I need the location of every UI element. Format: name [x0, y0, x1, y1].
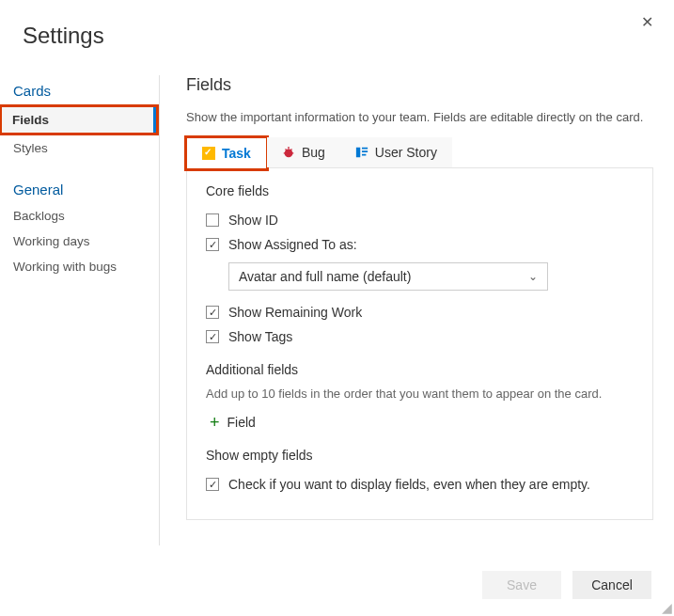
chevron-down-icon: ⌄ — [528, 270, 538, 283]
tab-task-label: Task — [222, 146, 251, 161]
show-empty-label: Show empty fields — [206, 448, 634, 463]
show-empty-text: Check if you want to display fields, eve… — [228, 477, 590, 492]
show-remaining-row: Show Remaining Work — [206, 300, 634, 324]
show-tags-label: Show Tags — [228, 329, 292, 344]
page-title: Settings — [0, 0, 674, 49]
show-tags-row: Show Tags — [206, 324, 634, 349]
sidebar-item-fields[interactable]: Fields — [2, 107, 156, 133]
show-remaining-label: Show Remaining Work — [228, 305, 362, 320]
tab-user-story-label: User Story — [375, 145, 437, 160]
save-button[interactable]: Save — [482, 571, 561, 599]
footer-buttons: Save Cancel — [482, 571, 651, 599]
svg-rect-7 — [362, 148, 368, 150]
show-id-checkbox[interactable] — [206, 213, 219, 227]
svg-line-4 — [285, 150, 286, 150]
show-empty-checkbox[interactable] — [206, 478, 219, 491]
plus-icon: + — [210, 414, 220, 431]
add-field-label: Field — [227, 415, 256, 430]
sidebar-item-styles[interactable]: Styles — [0, 135, 159, 161]
core-fields-label: Core fields — [206, 183, 634, 198]
tab-task[interactable]: Task — [186, 137, 267, 168]
close-icon: ✕ — [641, 14, 653, 30]
show-remaining-checkbox[interactable] — [206, 306, 219, 319]
main-description: Show the important information to your t… — [186, 110, 653, 124]
bug-icon — [282, 146, 295, 159]
show-assigned-row: Show Assigned To as: — [206, 232, 634, 257]
show-assigned-label: Show Assigned To as: — [228, 237, 357, 252]
main-panel: Fields Show the important information to… — [160, 75, 674, 545]
show-assigned-checkbox[interactable] — [206, 238, 219, 251]
assigned-to-select[interactable]: Avatar and full name (default) ⌄ — [228, 262, 548, 291]
sidebar-section-general: General — [0, 174, 159, 203]
sidebar-item-working-days[interactable]: Working days — [0, 229, 159, 254]
additional-fields-hint: Add up to 10 fields in the order that yo… — [206, 387, 634, 401]
resize-grip-icon[interactable]: ◢ — [662, 601, 672, 614]
sidebar-section-cards: Cards — [0, 75, 159, 104]
sidebar-item-working-with-bugs[interactable]: Working with bugs — [0, 254, 159, 279]
show-tags-checkbox[interactable] — [206, 330, 219, 343]
svg-line-5 — [290, 150, 291, 150]
svg-rect-9 — [362, 154, 366, 156]
user-story-icon — [355, 146, 368, 159]
svg-rect-6 — [356, 148, 360, 158]
tab-bar: Task Bug User Story — [186, 137, 653, 168]
assigned-to-value: Avatar and full name (default) — [239, 269, 411, 284]
close-button[interactable]: ✕ — [637, 9, 657, 35]
task-icon — [202, 147, 215, 160]
main-title: Fields — [186, 75, 653, 95]
additional-fields-label: Additional fields — [206, 362, 634, 377]
tab-user-story[interactable]: User Story — [340, 137, 452, 167]
add-field-button[interactable]: + Field — [210, 410, 634, 434]
tab-bug[interactable]: Bug — [267, 137, 340, 167]
tab-bug-label: Bug — [302, 145, 325, 160]
fields-panel: Core fields Show ID Show Assigned To as:… — [186, 168, 653, 520]
svg-rect-8 — [362, 150, 368, 152]
show-empty-row: Check if you want to display fields, eve… — [206, 472, 634, 497]
highlight-fields-annotation: Fields — [0, 104, 159, 135]
cancel-button[interactable]: Cancel — [572, 571, 651, 599]
sidebar: Cards Fields Styles General Backlogs Wor… — [0, 75, 160, 545]
show-id-label: Show ID — [228, 213, 278, 228]
show-id-row: Show ID — [206, 208, 634, 232]
sidebar-item-backlogs[interactable]: Backlogs — [0, 203, 159, 229]
